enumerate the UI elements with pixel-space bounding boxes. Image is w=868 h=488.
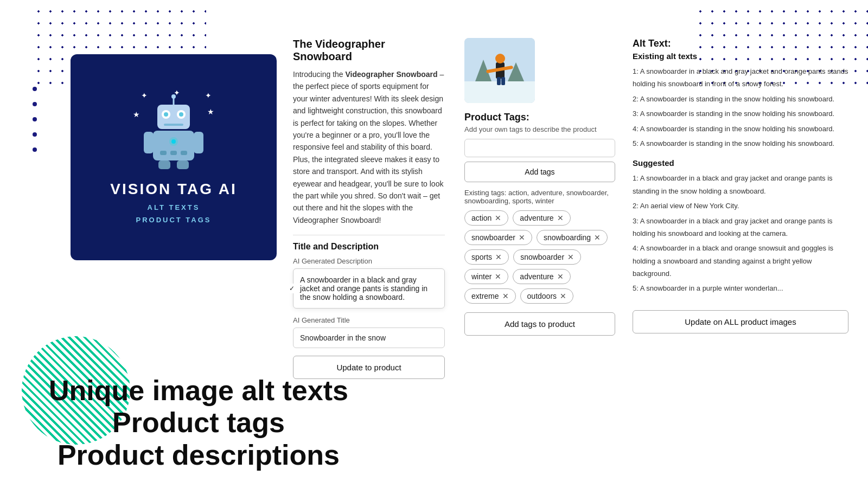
product-info-panel: The Videographer Snowboard Introducing t… [277, 27, 456, 477]
alt-text-title: Alt Text: [633, 38, 848, 49]
tag-remove-icon[interactable]: ✕ [594, 234, 601, 241]
alt-existing-title: Existing alt texts [633, 52, 848, 61]
tag-remove-icon[interactable]: ✕ [567, 253, 574, 261]
logo-card-inner: ✦ ✦ ✦ ★ ★ [71, 54, 277, 260]
tag-remove-icon[interactable]: ✕ [519, 234, 525, 241]
logo-subtitle: ALT TEXTS PRODUCT TAGS [136, 201, 211, 227]
tag-chip-snowboarder2[interactable]: snowboarder ✕ [513, 249, 581, 265]
svg-point-6 [179, 112, 183, 117]
tag-chip-snowboarding[interactable]: snowboarding ✕ [537, 230, 608, 245]
svg-rect-14 [144, 132, 154, 153]
tags-subtitle: Add your own tags to describe the produc… [464, 125, 615, 133]
product-description: Introducing the Videographer Snowboard –… [293, 68, 445, 226]
product-title: The Videographer Snowboard [293, 38, 445, 63]
svg-rect-25 [497, 77, 501, 85]
tag-remove-icon[interactable]: ✕ [495, 273, 501, 280]
tag-chip-adventure[interactable]: adventure ✕ [513, 210, 570, 226]
logo-card: ✦ ✦ ✦ ★ ★ [71, 54, 277, 477]
tag-remove-icon[interactable]: ✕ [495, 253, 502, 261]
tag-chip-winter[interactable]: winter ✕ [464, 269, 508, 284]
ai-title-label: AI Generated Title [293, 316, 445, 324]
svg-point-23 [495, 54, 505, 63]
title-description-section: Title and Description [293, 235, 445, 252]
svg-rect-16 [158, 160, 170, 169]
star-icon: ✦ [174, 88, 180, 97]
star-icon: ★ [133, 110, 140, 119]
svg-rect-7 [164, 124, 183, 126]
tag-remove-icon[interactable]: ✕ [502, 292, 509, 300]
svg-rect-17 [177, 160, 189, 169]
ai-title-input[interactable] [293, 328, 445, 348]
star-icon: ✦ [205, 91, 212, 100]
update-to-product-button[interactable]: Update to product [293, 356, 445, 379]
star-icon: ✦ [141, 91, 148, 100]
robot-icon [141, 94, 206, 170]
tag-chip-outdoors[interactable]: outdoors ✕ [520, 288, 573, 304]
tags-panel: Product Tags: Add your own tags to descr… [456, 27, 624, 477]
snowboarder-image [464, 38, 535, 103]
update-all-images-button[interactable]: Update on ALL product images [633, 310, 848, 333]
svg-point-5 [164, 112, 168, 117]
tag-remove-icon[interactable]: ✕ [557, 273, 564, 280]
tag-remove-icon[interactable]: ✕ [557, 214, 564, 222]
add-tags-to-product-button[interactable]: Add tags to product [464, 312, 615, 336]
svg-rect-11 [160, 151, 167, 155]
svg-point-10 [171, 139, 176, 144]
existing-tags-text: Existing tags: action, adventure, snowbo… [464, 189, 615, 205]
alt-existing-list: 1: A snowboarder in a black and gray jac… [633, 65, 848, 150]
logo-title: VISION TAG AI [110, 181, 237, 198]
tag-chip-snowboarder[interactable]: snowboarder ✕ [464, 230, 532, 245]
tag-chip-sports[interactable]: sports ✕ [464, 249, 509, 265]
svg-rect-15 [194, 132, 203, 153]
ai-description-label: AI Generated Description [293, 257, 445, 265]
tag-remove-icon[interactable]: ✕ [495, 214, 501, 222]
svg-rect-12 [170, 151, 177, 155]
tags-cloud: action ✕ adventure ✕ snowboarder ✕ snowb… [464, 210, 615, 304]
tag-chip-extreme[interactable]: extreme ✕ [464, 288, 516, 304]
star-icon: ★ [207, 107, 214, 116]
tags-section-title: Product Tags: [464, 112, 615, 123]
tags-input[interactable] [464, 139, 615, 157]
tag-remove-icon[interactable]: ✕ [560, 292, 566, 300]
ai-description-box: A snowboarder in a black and gray jacket… [293, 268, 445, 309]
add-tags-button[interactable]: Add tags [464, 162, 615, 182]
product-image-thumbnail [464, 38, 535, 103]
tag-chip-adventure2[interactable]: adventure ✕ [513, 269, 570, 284]
svg-rect-13 [181, 151, 187, 155]
alt-suggested-title: Suggested [633, 158, 848, 168]
alt-suggested-list: 1: A snowboarder in a black and gray jac… [633, 172, 848, 295]
svg-rect-26 [501, 77, 505, 85]
alt-text-panel: Alt Text: Existing alt texts 1: A snowbo… [624, 27, 857, 477]
tag-chip-action[interactable]: action ✕ [464, 210, 508, 226]
